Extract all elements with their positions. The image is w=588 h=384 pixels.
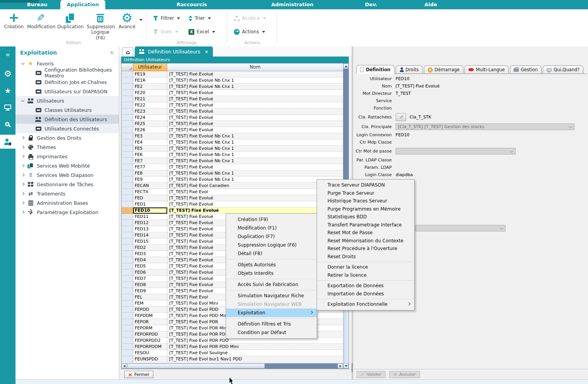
cr-ation-button[interactable]: Création: [2, 9, 26, 29]
user-cell[interactable]: FEPDDM: [133, 313, 167, 319]
user-cell[interactable]: FEPORM: [133, 325, 167, 331]
table-row[interactable]: FE3[T_TEST] Fixé Evolué Nb Cnx 1: [122, 133, 343, 139]
menu-item-modification-f1[interactable]: Modification (F1): [226, 224, 317, 232]
menu-item-reset-mot-de-passe[interactable]: Reset Mot de Passe: [317, 229, 414, 237]
menu-item-simulation-navigateur-riche[interactable]: Simulation Navigateur Riche: [226, 291, 317, 300]
row-selector-cell[interactable]: [122, 139, 133, 146]
tree-chevron[interactable]: [19, 202, 26, 204]
name-cell[interactable]: [T_TEST] Fixé Evolué: [167, 71, 343, 77]
name-cell[interactable]: [T_TEST] Fixé Evol Souligné: [167, 350, 343, 356]
table-row[interactable]: FED1[T_TEST] Fixé Evolué: [122, 201, 343, 207]
table-row-selected[interactable]: FED10[T_TEST] Fixé Evolué: [122, 207, 343, 214]
name-cell[interactable]: [T_TEST] Fixé Evolué: [167, 121, 343, 127]
table-row[interactable]: FE4[T_TEST] Fixé Evolué Nb Cnx 1: [122, 139, 343, 146]
menu-item-reset-m-morisation-du-contexte[interactable]: Reset Mémorisation du Contexte: [317, 237, 414, 245]
row-selector-cell[interactable]: [122, 307, 133, 313]
home-tab[interactable]: [122, 47, 133, 57]
table-row[interactable]: FE20[T_TEST] Fixé Evolué: [122, 90, 343, 96]
menu-item-cr-ation-f9[interactable]: Création (F9): [226, 215, 317, 224]
menu-item-duplication-f7[interactable]: Duplication (F7): [226, 232, 317, 241]
user-cell[interactable]: FE23: [133, 108, 167, 115]
user-cell[interactable]: FE19: [133, 71, 167, 77]
row-selector-cell[interactable]: [122, 325, 133, 331]
user-cell[interactable]: FEPORPDD: [133, 331, 167, 338]
row-selector-cell[interactable]: [122, 313, 133, 319]
sidebar-item-services-web-diapason[interactable]: Services Web Diapason: [15, 170, 119, 180]
filtrer-button[interactable]: Filtrer: [153, 12, 189, 24]
name-cell[interactable]: [T_TEST] Fixé Evol bur1 Nav1 PDD: [167, 356, 343, 362]
row-selector-cell[interactable]: [122, 276, 133, 282]
row-selector-cell[interactable]: [122, 177, 133, 183]
menu-item-transfert-parametrage-interface[interactable]: Transfert Parametrage Interface: [317, 221, 414, 229]
scroll-down-button[interactable]: [343, 363, 348, 369]
user-cell[interactable]: FE7: [133, 158, 167, 164]
tree-chevron[interactable]: [19, 211, 26, 213]
table-row[interactable]: FE77[T_TEST] Fixé Evolué: [122, 164, 343, 170]
user-cell[interactable]: FED5: [133, 263, 167, 269]
row-selector-cell[interactable]: [122, 121, 133, 127]
menu-item-donner-la-licence[interactable]: Donner la licence: [317, 263, 414, 271]
user-cell[interactable]: FE1R: [133, 77, 167, 84]
user-cell[interactable]: FEPDD: [133, 307, 167, 313]
user-cell[interactable]: FEM: [133, 300, 167, 307]
row-selector-cell[interactable]: [122, 294, 133, 300]
name-cell[interactable]: [T_TEST] Fixé Evolué Nb Cnx 1: [167, 133, 343, 139]
row-selector-cell[interactable]: [122, 269, 133, 276]
column-header-utilisateur[interactable]: Utilisateur: [133, 63, 167, 71]
row-selector-cell[interactable]: [122, 282, 133, 288]
column-header-nom[interactable]: Nom: [167, 63, 343, 71]
user-cell[interactable]: FED2: [133, 245, 167, 251]
user-cell[interactable]: FE3: [133, 133, 167, 139]
scroll-up-button[interactable]: [343, 63, 348, 69]
tab-qui-quand[interactable]: Qui,Quand?: [543, 65, 583, 74]
table-row[interactable]: FE19[T_TEST] Fixé Evolué: [122, 71, 343, 77]
table-row[interactable]: FEUNSPDD[T_TEST] Fixé Evol bur1 Nav1 PDD: [122, 356, 343, 362]
row-selector-cell[interactable]: [122, 146, 133, 152]
annuler-button[interactable]: ×Annuler: [389, 371, 420, 378]
rail-item-gear[interactable]: [0, 67, 15, 81]
menu-item-retirer-la-licence[interactable]: Retirer la licence: [317, 271, 414, 279]
menu-item-condition-par-d-faut[interactable]: Condition par Défaut: [226, 328, 317, 337]
row-selector-cell[interactable]: [122, 220, 133, 226]
tab-definition-utilisateurs[interactable]: Définition Utilisateurs ×: [135, 46, 213, 57]
menu-item-trace-serveur-diapason[interactable]: Trace Serveur DIAPASON: [317, 181, 414, 189]
row-selector-cell[interactable]: [122, 84, 133, 90]
select-all-cell[interactable]: [122, 63, 133, 71]
row-selector-cell[interactable]: [122, 96, 133, 102]
row-selector-cell[interactable]: [122, 263, 133, 269]
name-cell[interactable]: [T_TEST] Fixé Evolué Nb Cnx 1: [167, 139, 343, 146]
menu-item-exploitation[interactable]: Exploitation: [226, 309, 317, 317]
table-row[interactable]: FEPORPDDM[T_TEST] Fixé Evol POR PDD Mini: [122, 344, 343, 350]
sidebar-item-gestionnaire-de-t-ches[interactable]: Gestionnaire de Tâches: [15, 180, 119, 189]
name-cell[interactable]: [T_TEST] Fixé Evolué: [167, 164, 343, 170]
menu-item-d-tail-f8[interactable]: Détail (F8): [226, 249, 317, 258]
table-row[interactable]: FED[T_TEST] Fixé Evolué: [122, 195, 343, 201]
row-selector-cell[interactable]: [122, 251, 133, 257]
name-cell[interactable]: [T_TEST] Fixé Evolué: [167, 108, 343, 115]
menu-tab-aide[interactable]: Aide: [420, 0, 442, 9]
name-cell[interactable]: [T_TEST] Fixé Evolué Nb Cnx 1: [167, 77, 343, 84]
row-selector-cell[interactable]: [122, 232, 133, 238]
row-selector-cell[interactable]: [122, 90, 133, 96]
name-cell[interactable]: [T_TEST] Fixé Evolué: [167, 102, 343, 108]
rail-item-star[interactable]: [0, 84, 15, 98]
panel-close-icon[interactable]: ×: [109, 49, 114, 56]
tree-chevron[interactable]: [19, 146, 26, 148]
user-cell[interactable]: FE9: [133, 177, 167, 183]
user-cell[interactable]: FED9: [133, 288, 167, 294]
menu-item-reset-droits[interactable]: Reset Droits: [317, 253, 414, 261]
menu-item-statistiques-bdd[interactable]: Statistiques BDD: [317, 213, 414, 221]
menu-item-historique-traces-serveur[interactable]: Historique Traces Serveur: [317, 197, 414, 205]
name-cell[interactable]: [T_TEST] Fixé Evolué Nb Cnx 1: [167, 170, 343, 177]
user-cell[interactable]: FE25: [133, 121, 167, 127]
hscroll-thumb[interactable]: [127, 363, 265, 369]
table-row[interactable]: FE21[T_TEST] Fixé Evolué: [122, 96, 343, 102]
row-selector-cell[interactable]: [122, 344, 133, 350]
user-cell[interactable]: FED1: [133, 201, 167, 207]
row-selector-cell[interactable]: [122, 133, 133, 139]
user-cell[interactable]: FESOU: [133, 350, 167, 356]
sidebar-item-configuration-biblioth-ques-maestro[interactable]: Configuration Bibliothèques Maestro: [15, 68, 119, 77]
menu-item-objets-interdits[interactable]: Objets Interdits: [226, 269, 317, 278]
table-row[interactable]: FE26[T_TEST] Fixé Evolué: [122, 127, 343, 133]
trier-button[interactable]: Trier: [189, 12, 221, 24]
